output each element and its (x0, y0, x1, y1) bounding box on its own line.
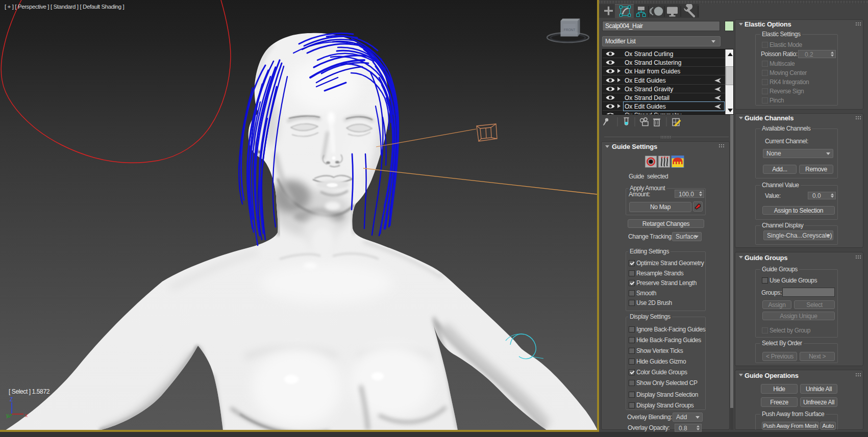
svg-text:y: y (6, 413, 9, 418)
svg-text:FRONT: FRONT (564, 28, 575, 32)
svg-text:x: x (25, 413, 28, 418)
svg-text:Z: Z (10, 397, 13, 402)
